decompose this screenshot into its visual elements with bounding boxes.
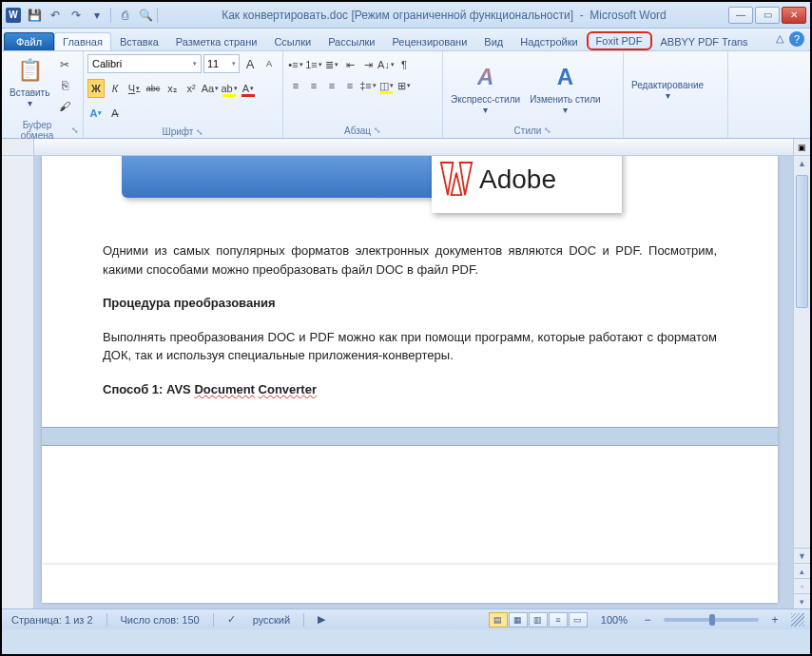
separator	[303, 613, 304, 627]
highlight-button[interactable]: ab	[221, 79, 238, 98]
tab-mailings[interactable]: Рассылки	[319, 32, 383, 50]
qat-customize[interactable]: ▾	[87, 6, 106, 25]
underline-button[interactable]: Ч	[126, 79, 143, 98]
zoom-thumb[interactable]	[709, 614, 715, 626]
dialog-launcher-icon[interactable]: ⤡	[544, 125, 551, 135]
ribbon-minimize-icon[interactable]: △	[776, 32, 783, 45]
full-screen-view[interactable]: ▦	[509, 612, 528, 627]
styles-group-label: Стили	[514, 125, 542, 136]
line-spacing-button[interactable]: ‡≡	[359, 76, 377, 95]
grow-font-button[interactable]: A	[242, 54, 259, 73]
scroll-up-button[interactable]: ▲	[794, 156, 810, 171]
horizontal-ruler[interactable]	[34, 139, 793, 155]
macro-button[interactable]: ▶	[314, 613, 329, 626]
zoom-level[interactable]: 100%	[597, 614, 631, 626]
heading-2: Способ 1: AVS Document Converter	[103, 380, 717, 399]
change-styles-button[interactable]: A Изменить стили▾	[526, 60, 604, 117]
resize-grip[interactable]	[791, 613, 804, 627]
prev-page-button[interactable]: ▴	[794, 563, 810, 578]
tab-insert[interactable]: Вставка	[111, 32, 167, 50]
bold-button[interactable]: Ж	[87, 79, 105, 98]
tab-view[interactable]: Вид	[475, 32, 512, 50]
proofing-button[interactable]: ✓	[223, 613, 240, 626]
change-case-button[interactable]: Aa	[202, 79, 219, 98]
align-left-button[interactable]: ≡	[287, 76, 304, 95]
quick-access-toolbar: 💾 ↶ ↷ ▾ ⎙ 🔍	[25, 6, 155, 25]
page-2	[42, 565, 778, 603]
paste-button[interactable]: 📋 Вставить▾	[6, 53, 53, 110]
ruler-toggle[interactable]: ▣	[793, 139, 810, 155]
cut-button[interactable]: ✂	[55, 55, 74, 74]
heading-1: Процедура преобразования	[103, 294, 717, 313]
numbering-button[interactable]: 1≡	[305, 55, 322, 74]
font-color-button[interactable]: A	[240, 79, 257, 98]
close-button[interactable]: ✕	[782, 7, 806, 24]
quick-styles-button[interactable]: A Экспресс-стили▾	[447, 60, 524, 117]
multilevel-button[interactable]: ≣	[323, 55, 340, 74]
shading-button[interactable]: ◫	[377, 76, 395, 95]
italic-button[interactable]: К	[106, 79, 124, 98]
show-marks-button[interactable]: ¶	[396, 55, 413, 74]
tab-abbyy[interactable]: ABBYY PDF Trans	[652, 32, 757, 50]
font-group-label: Шрифт	[163, 126, 194, 137]
draft-view[interactable]: ▭	[569, 612, 588, 627]
print-layout-view[interactable]: ▤	[489, 612, 508, 627]
tab-references[interactable]: Ссылки	[265, 32, 319, 50]
tab-file[interactable]: Файл	[4, 32, 54, 50]
dialog-launcher-icon[interactable]: ⤡	[71, 125, 79, 135]
vertical-ruler[interactable]	[2, 156, 34, 608]
save-button[interactable]: 💾	[25, 6, 44, 25]
shrink-font-button[interactable]: A	[261, 54, 278, 73]
borders-button[interactable]: ⊞	[396, 76, 413, 95]
page-viewport[interactable]: Adobe Одними из самых популярных формато…	[34, 156, 793, 608]
tab-home[interactable]: Главная	[54, 32, 111, 50]
copy-button[interactable]: ⎘	[55, 76, 74, 95]
paragraph-1: Одними из самых популярных форматов элек…	[103, 241, 717, 279]
tab-foxit-pdf[interactable]: Foxit PDF	[587, 31, 652, 50]
justify-button[interactable]: ≡	[341, 76, 358, 95]
text-effects-button[interactable]: A	[87, 104, 105, 123]
web-layout-view[interactable]: ▥	[529, 612, 548, 627]
subscript-button[interactable]: x₂	[164, 79, 181, 98]
tab-layout[interactable]: Разметка страни	[167, 32, 266, 50]
increase-indent-button[interactable]: ⇥	[359, 55, 377, 74]
separator	[213, 613, 214, 627]
browse-object-button[interactable]: ◦	[794, 578, 810, 593]
tab-addins[interactable]: Надстройки	[512, 32, 586, 50]
scroll-thumb[interactable]	[796, 175, 808, 308]
zoom-out-button[interactable]: −	[641, 613, 654, 627]
editing-button[interactable]: Редактирование▾	[628, 53, 707, 103]
next-page-button[interactable]: ▾	[794, 593, 810, 608]
clear-formatting-button[interactable]: A̶	[106, 104, 124, 123]
vertical-scrollbar[interactable]: ▲ ▼ ▴ ◦ ▾	[793, 156, 810, 608]
zoom-slider[interactable]	[664, 618, 759, 622]
strikethrough-button[interactable]: abc	[145, 79, 162, 98]
print-button[interactable]: ⎙	[115, 6, 134, 25]
minimize-button[interactable]: —	[728, 7, 753, 24]
scroll-down-button[interactable]: ▼	[794, 548, 810, 563]
decrease-indent-button[interactable]: ⇤	[341, 55, 358, 74]
sort-button[interactable]: A↓	[377, 55, 395, 74]
preview-button[interactable]: 🔍	[136, 6, 155, 25]
dialog-launcher-icon[interactable]: ⤡	[196, 127, 203, 137]
align-center-button[interactable]: ≡	[305, 76, 322, 95]
maximize-button[interactable]: ▭	[755, 7, 780, 24]
align-right-button[interactable]: ≡	[323, 76, 340, 95]
banner: Adobe	[103, 156, 717, 222]
zoom-in-button[interactable]: +	[768, 613, 782, 627]
page-count[interactable]: Страница: 1 из 2	[8, 614, 97, 626]
format-painter-button[interactable]: 🖌	[55, 97, 74, 116]
undo-button[interactable]: ↶	[46, 6, 65, 25]
dialog-launcher-icon[interactable]: ⤡	[374, 125, 381, 135]
font-size-combo[interactable]: 11▾	[203, 54, 240, 73]
redo-button[interactable]: ↷	[67, 6, 86, 25]
superscript-button[interactable]: x²	[183, 79, 200, 98]
language-button[interactable]: русский	[249, 614, 294, 626]
bullets-button[interactable]: •≡	[287, 55, 304, 74]
outline-view[interactable]: ≡	[549, 612, 568, 627]
ribbon-tabs: Файл Главная Вставка Разметка страни Ссы…	[2, 29, 810, 51]
font-name-combo[interactable]: Calibri▾	[87, 54, 202, 73]
help-icon[interactable]: ?	[789, 31, 804, 47]
word-count[interactable]: Число слов: 150	[117, 614, 203, 626]
tab-review[interactable]: Рецензировани	[384, 32, 476, 50]
